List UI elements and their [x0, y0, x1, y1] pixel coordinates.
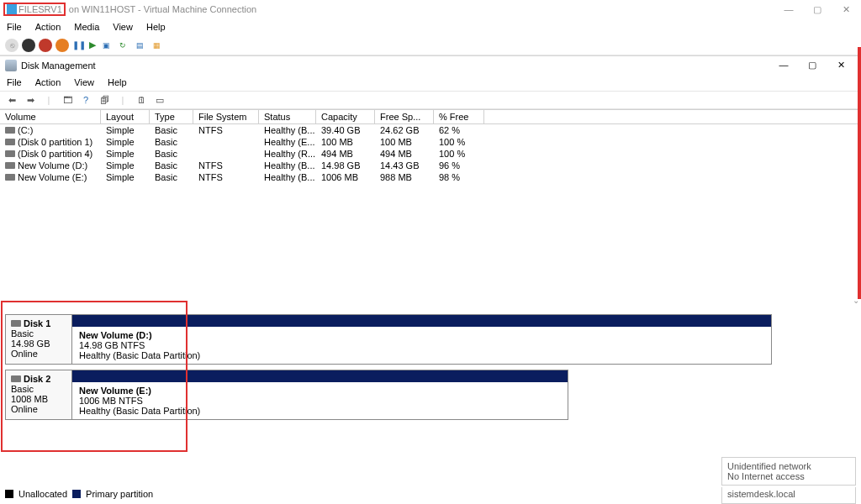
maximize-button[interactable]: ▢ — [811, 4, 824, 15]
enhanced-icon[interactable]: ▤ — [133, 39, 146, 52]
table-row[interactable]: (Disk 0 partition 4)SimpleBasicHealthy (… — [0, 148, 861, 160]
pause-icon[interactable]: ❚❚ — [72, 40, 86, 50]
vm-menu-help[interactable]: Help — [146, 22, 166, 32]
table-row[interactable]: New Volume (D:)SimpleBasicNTFSHealthy (B… — [0, 160, 861, 171]
network-line2: No Internet access — [727, 471, 850, 481]
revert-icon[interactable]: ↻ — [116, 39, 129, 52]
disk-management-icon — [5, 60, 17, 71]
dm-menu-view[interactable]: View — [74, 77, 94, 87]
disk-body: New Volume (E:)1006 MB NTFSHealthy (Basi… — [72, 370, 568, 420]
vm-menu-media[interactable]: Media — [74, 22, 99, 32]
partition[interactable]: New Volume (E:)1006 MB NTFSHealthy (Basi… — [72, 382, 568, 419]
vm-toolbar: ⎋ ❚❚ ▶ ▣ ↻ ▤ ▦ — [0, 35, 861, 55]
settings-icon[interactable]: 🗓 — [135, 93, 148, 107]
partition-bar — [72, 370, 568, 382]
dm-title-text: Disk Management — [21, 60, 96, 71]
table-row[interactable]: (C:)SimpleBasicNTFSHealthy (B...39.40 GB… — [0, 124, 861, 136]
dm-close-button[interactable]: ✕ — [834, 60, 848, 71]
dm-menu-action[interactable]: Action — [35, 77, 61, 87]
col-filesystem[interactable]: File System — [193, 110, 259, 124]
list-icon[interactable]: ▭ — [153, 93, 166, 107]
start-icon[interactable] — [22, 39, 35, 52]
scroll-indicator-icon[interactable]: ⌄ — [853, 296, 859, 305]
legend-unallocated-swatch — [5, 490, 13, 498]
refresh-icon[interactable]: 🗔 — [61, 93, 74, 107]
annotation-right-line — [858, 47, 861, 299]
checkpoint-icon[interactable]: ▣ — [99, 39, 113, 52]
back-icon[interactable]: ⬅ — [5, 93, 18, 107]
dm-maximize-button[interactable]: ▢ — [806, 60, 819, 71]
col-layout[interactable]: Layout — [101, 110, 150, 124]
vm-titlebar: FILESRV1 on WIN11HOST - Virtual Machine … — [0, 0, 861, 18]
network-line1: Unidentified network — [727, 461, 850, 471]
col-freespace[interactable]: Free Sp... — [375, 110, 434, 124]
vm-name: FILESRV1 — [18, 4, 62, 14]
partition-bar — [72, 315, 771, 327]
vm-menu-file[interactable]: File — [7, 22, 22, 32]
shutdown-icon[interactable] — [55, 39, 69, 52]
legend-primary-label: Primary partition — [86, 489, 153, 499]
vm-icon — [7, 4, 17, 14]
share-icon[interactable]: ▦ — [150, 39, 163, 52]
legend-primary-swatch — [72, 490, 81, 498]
ctrl-alt-del-icon[interactable]: ⎋ — [5, 39, 18, 52]
close-button[interactable]: ✕ — [839, 4, 853, 15]
vm-menu-view[interactable]: View — [113, 22, 133, 32]
legend-unallocated-label: Unallocated — [18, 489, 67, 499]
partition[interactable]: New Volume (D:)14.98 GB NTFSHealthy (Bas… — [72, 327, 771, 364]
forward-icon[interactable]: ➡ — [24, 93, 37, 107]
table-row[interactable]: (Disk 0 partition 1)SimpleBasicHealthy (… — [0, 136, 861, 148]
properties-icon[interactable]: 🗐 — [98, 93, 111, 107]
col-capacity[interactable]: Capacity — [316, 110, 375, 124]
dm-toolbar: ⬅ ➡ | 🗔 ? 🗐 | 🗓 ▭ — [0, 91, 861, 109]
dm-minimize-button[interactable]: — — [777, 60, 790, 71]
network-popup[interactable]: Unidentified network No Internet access — [721, 457, 856, 486]
minimize-button[interactable]: — — [782, 4, 795, 15]
disk-header[interactable]: Disk 1Basic14.98 GBOnline — [5, 314, 72, 365]
dm-menu-file[interactable]: File — [7, 77, 22, 87]
network-popup-2[interactable]: sistemdesk.local — [721, 487, 856, 504]
col-volume[interactable]: Volume — [0, 110, 101, 124]
dm-titlebar: Disk Management — ▢ ✕ — [0, 55, 861, 74]
disk-row: Disk 2Basic1008 MBOnlineNew Volume (E:)1… — [5, 370, 856, 420]
col-type[interactable]: Type — [150, 110, 193, 124]
network-line3: sistemdesk.local — [727, 489, 850, 499]
vm-menubar: File Action Media View Help — [0, 18, 861, 35]
disk-header[interactable]: Disk 2Basic1008 MBOnline — [5, 370, 72, 420]
reset-icon[interactable]: ▶ — [89, 39, 96, 50]
help-icon[interactable]: ? — [79, 93, 92, 107]
table-row[interactable]: New Volume (E:)SimpleBasicNTFSHealthy (B… — [0, 171, 861, 183]
dm-menubar: File Action View Help — [0, 74, 861, 91]
vm-menu-action[interactable]: Action — [35, 22, 61, 32]
turnoff-icon[interactable] — [39, 39, 52, 52]
disk-body: New Volume (D:)14.98 GB NTFSHealthy (Bas… — [72, 314, 772, 365]
col-pctfree[interactable]: % Free — [434, 110, 484, 124]
volume-table-body: (C:)SimpleBasicNTFSHealthy (B...39.40 GB… — [0, 124, 861, 183]
legend: Unallocated Primary partition — [5, 489, 153, 499]
dm-menu-help[interactable]: Help — [108, 77, 127, 87]
volume-table-header: Volume Layout Type File System Status Ca… — [0, 109, 861, 124]
col-status[interactable]: Status — [259, 110, 316, 124]
vm-title-rest: on WIN11HOST - Virtual Machine Connectio… — [69, 4, 256, 14]
disk-row: Disk 1Basic14.98 GBOnlineNew Volume (D:)… — [5, 314, 856, 365]
